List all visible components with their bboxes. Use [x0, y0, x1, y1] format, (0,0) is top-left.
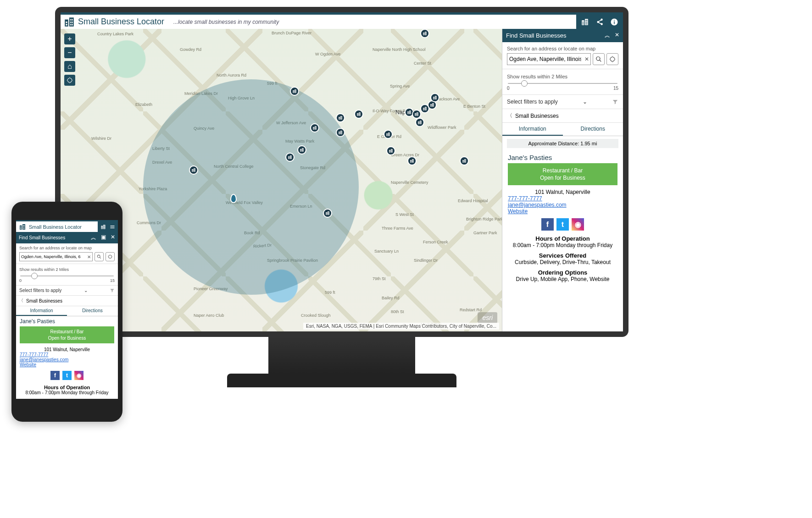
chevron-down-icon[interactable]: ⌄	[84, 288, 88, 293]
menu-icon[interactable]	[110, 224, 115, 230]
business-pin[interactable]	[420, 29, 429, 38]
business-pin[interactable]	[336, 128, 345, 137]
business-pin[interactable]	[460, 156, 469, 165]
filter-icon[interactable]	[612, 99, 618, 105]
business-pin[interactable]	[407, 156, 417, 165]
road-label: Edward Hospital	[458, 198, 488, 203]
zoom-out-button[interactable]: −	[64, 47, 75, 58]
business-email[interactable]: jane@janespasties.com	[508, 202, 617, 208]
search-label: Search for an address or locate on map	[507, 46, 618, 51]
business-pin[interactable]	[415, 118, 424, 127]
slider-min: 0	[507, 86, 510, 91]
zoom-in-button[interactable]: +	[64, 33, 75, 44]
buildings-icon[interactable]	[100, 224, 106, 230]
locate-button[interactable]	[106, 252, 115, 261]
business-pin[interactable]	[412, 110, 421, 119]
app-header-mobile: Small Business Locator	[16, 220, 118, 232]
app-logo-icon	[19, 223, 26, 231]
twitter-icon[interactable]: t	[62, 371, 72, 380]
status-badge-mobile: Restaurant / Bar Open for Business	[20, 326, 114, 343]
business-pin[interactable]	[384, 130, 393, 139]
road-label: Wilshire Dr	[91, 136, 111, 141]
clear-input-icon[interactable]: ✕	[584, 56, 589, 62]
instagram-icon[interactable]: ◉	[74, 371, 83, 380]
find-businesses-panel: Find Small Businesses ︽ ✕ Search for an …	[502, 29, 623, 331]
business-website-mobile[interactable]: Website	[20, 362, 114, 367]
app-title-mobile: Small Business Locator	[29, 224, 82, 230]
facebook-icon[interactable]: f	[50, 371, 60, 380]
collapse-icon[interactable]: ︽	[605, 32, 610, 39]
search-button[interactable]	[95, 252, 104, 261]
road-label: Crooked Slough	[301, 313, 331, 318]
info-icon[interactable]	[610, 18, 618, 26]
facebook-icon[interactable]: f	[541, 218, 554, 231]
address-input[interactable]	[507, 53, 591, 65]
road-label: E Benton St	[463, 104, 485, 109]
back-to-list-mobile[interactable]: 〈 Small Businesses	[16, 296, 118, 306]
share-icon[interactable]	[595, 18, 604, 26]
chevron-down-icon[interactable]: ⌄	[583, 99, 587, 105]
business-phone-mobile[interactable]: 777-777-7777	[20, 352, 114, 357]
business-pin[interactable]	[310, 123, 319, 132]
hours-heading: Hours of Operation	[508, 235, 617, 242]
business-website[interactable]: Website	[508, 208, 617, 215]
filter-icon[interactable]	[110, 288, 115, 293]
address-input-mobile[interactable]	[19, 252, 93, 261]
distance-slider[interactable]	[508, 83, 617, 84]
business-pin[interactable]	[290, 87, 299, 96]
map-canvas[interactable]: Country Lakes Park Gowdey Rd North Auror…	[61, 29, 502, 331]
home-button[interactable]: ⌂	[64, 61, 75, 72]
road-label: Redstart Rd	[460, 308, 482, 312]
status-badge: Restaurant / Bar Open for Business	[508, 163, 617, 185]
clear-input-icon[interactable]: ✕	[87, 254, 91, 259]
locate-me-button[interactable]	[64, 75, 75, 86]
app-tagline: ...locate small businesses in my communi…	[173, 19, 279, 25]
business-pin[interactable]	[285, 153, 295, 162]
expand-icon[interactable]: ▣	[101, 234, 106, 242]
panel-title: Find Small Businesses	[506, 32, 567, 39]
business-email-mobile[interactable]: jane@janespasties.com	[20, 357, 114, 362]
locate-button[interactable]	[606, 53, 618, 65]
road-label: Bailey Rd	[382, 296, 400, 300]
back-label: Small Businesses	[26, 298, 62, 303]
chevron-left-icon: 〈	[19, 298, 23, 304]
road-label: Naperville Cemetery	[391, 180, 428, 185]
business-pin[interactable]	[297, 145, 306, 154]
business-pin[interactable]	[386, 146, 395, 155]
distance-readout: Approximate Distance: 1.95 mi	[507, 139, 618, 148]
road-label: 79th St	[373, 276, 386, 281]
twitter-icon[interactable]: t	[556, 218, 569, 231]
distance-slider-mobile[interactable]	[20, 276, 114, 276]
app-header: Small Business Locator ...locate small b…	[61, 12, 623, 29]
buildings-icon[interactable]	[581, 18, 589, 26]
road-label: Spring Ave	[390, 84, 410, 88]
business-phone[interactable]: 777-777-7777	[508, 195, 617, 202]
tab-directions[interactable]: Directions	[563, 123, 623, 136]
slider-thumb[interactable]	[521, 80, 528, 87]
business-pin[interactable]	[354, 110, 363, 119]
back-to-list[interactable]: 〈 Small Businesses	[502, 109, 623, 123]
road-label: Brunch DuPage River	[272, 31, 311, 35]
road-label: Gowdey Rd	[180, 47, 201, 52]
business-pin[interactable]	[336, 113, 345, 122]
road-label: Sanctuary Ln	[374, 249, 399, 253]
close-icon[interactable]: ✕	[615, 32, 619, 39]
tab-information[interactable]: Information	[502, 123, 563, 136]
panel-title-mobile: Find Small Businesses	[19, 235, 65, 240]
business-pin[interactable]	[430, 93, 439, 102]
search-button[interactable]	[593, 53, 605, 65]
road-label: W Ogden Ave	[315, 52, 340, 56]
road-label: Brighton Ridge Park	[466, 217, 502, 221]
road-label: Gartner Park	[473, 231, 497, 235]
road-label: Elizabeth	[135, 102, 152, 107]
tab-directions-mobile[interactable]: Directions	[67, 306, 118, 316]
instagram-icon[interactable]: ◉	[572, 218, 584, 231]
search-point-pin[interactable]	[230, 194, 237, 203]
close-icon[interactable]: ✕	[111, 234, 115, 242]
business-pin[interactable]	[323, 209, 332, 218]
road-label: Ferson Creek	[423, 240, 448, 244]
tab-information-mobile[interactable]: Information	[16, 306, 67, 316]
road-label: Naperville North High School	[373, 47, 426, 52]
business-pin[interactable]	[189, 165, 198, 175]
collapse-icon[interactable]: ︽	[91, 234, 96, 242]
